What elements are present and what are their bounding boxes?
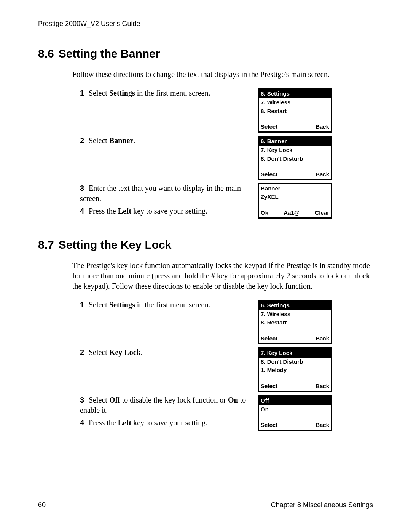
- phone-screen-banner-entry: Banner ZyXEL Ok Aa1@ Clear: [258, 183, 332, 219]
- page-number: 60: [38, 501, 46, 509]
- step-2-text: 2 Select Key Lock.: [80, 347, 258, 358]
- page-footer: 60 Chapter 8 Miscellaneous Settings: [38, 498, 373, 509]
- softkey-back: Back: [315, 335, 329, 342]
- phone-screen-settings: 6. Settings 7. Wireless 8. Restart Selec…: [258, 300, 332, 344]
- section-8-6-intro: Follow these directions to change the te…: [72, 69, 373, 80]
- softkey-back: Back: [315, 171, 329, 178]
- section-8-6-steps: 1 Select Settings in the first menu scre…: [80, 88, 373, 222]
- softkey-select: Select: [261, 171, 277, 178]
- phone-screen-keylock-menu: 7. Key Lock 8. Don't Disturb 1. Melody S…: [258, 347, 332, 392]
- section-8-7-intro: The Prestige's key lock function automat…: [72, 260, 373, 291]
- page: Prestige 2000W_V2 User's Guide 8.6Settin…: [0, 0, 411, 532]
- softkey-select: Select: [261, 421, 277, 429]
- section-8-7-heading: 8.7Setting the Key Lock: [38, 238, 373, 251]
- running-header: Prestige 2000W_V2 User's Guide: [38, 20, 373, 30]
- softkey-clear: Clear: [315, 209, 329, 217]
- softkey-back: Back: [315, 382, 329, 390]
- step-1-text: 1 Select Settings in the first menu scre…: [80, 88, 258, 98]
- phone-screen-settings: 6. Settings 7. Wireless 8. Restart Selec…: [258, 88, 332, 133]
- section-number: 8.6: [38, 47, 54, 60]
- step-3-4-text: 3 Select Off to disable the key lock fun…: [80, 395, 258, 428]
- section-8-6-heading: 8.6Setting the Banner: [38, 47, 373, 60]
- section-title: Setting the Key Lock: [59, 238, 172, 251]
- softkey-select: Select: [261, 335, 277, 342]
- softkey-back: Back: [315, 421, 329, 429]
- softkey-select: Select: [261, 123, 277, 131]
- chapter-title: Chapter 8 Miscellaneous Settings: [271, 501, 373, 509]
- step-3-4-text: 3 Enter the text that you want to displa…: [80, 183, 258, 216]
- section-title: Setting the Banner: [59, 47, 160, 60]
- section-number: 8.7: [38, 238, 54, 251]
- step-1-text: 1 Select Settings in the first menu scre…: [80, 300, 258, 310]
- section-8-7-steps: 1 Select Settings in the first menu scre…: [80, 300, 373, 434]
- phone-screen-banner-menu: 6. Banner 7. Key Lock 8. Don't Disturb S…: [258, 136, 332, 180]
- softkey-select: Select: [261, 382, 277, 390]
- step-2-text: 2 Select Banner.: [80, 136, 258, 146]
- phone-screen-keylock-options: Off On SelectBack: [258, 395, 332, 431]
- softkey-mode: Aa1@: [284, 209, 299, 217]
- softkey-back: Back: [315, 123, 329, 131]
- softkey-ok: Ok: [261, 209, 268, 217]
